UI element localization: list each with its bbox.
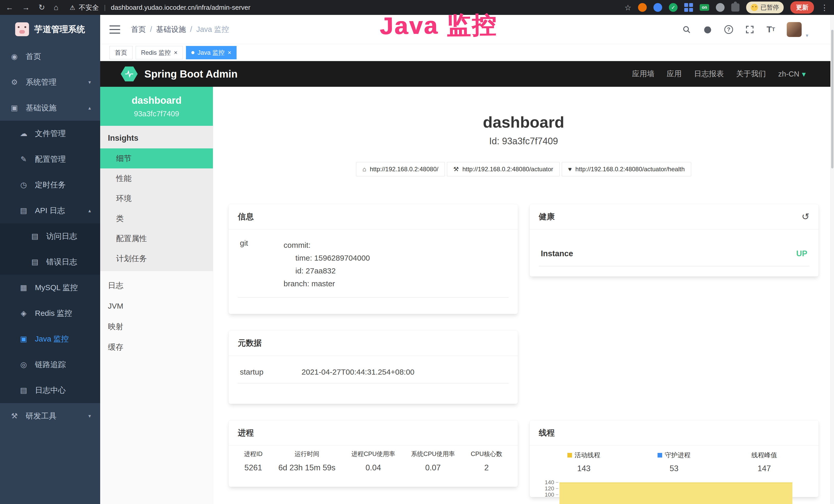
metadata-row: startup 2021-04-27T00:44:31.254+08:00 <box>238 361 509 383</box>
page-scrollbar[interactable] <box>830 15 834 504</box>
instance-menu-config-props[interactable]: 配置属性 <box>100 229 213 249</box>
heart-icon <box>568 166 572 173</box>
address-bar[interactable]: 不安全 dashboard.yudao.iocoder.cn/infra/adm… <box>70 3 250 12</box>
legend-value: 147 <box>719 464 809 473</box>
legend-label: 线程峰值 <box>751 451 777 459</box>
sidebar-item-java-monitor[interactable]: Java 监控 <box>0 326 100 352</box>
url-text: dashboard.yudao.iocoder.cn/infra/admin-s… <box>111 4 250 12</box>
tab-home[interactable]: 首页 <box>109 46 133 59</box>
threads-chart: 140 120 100 <box>539 480 810 497</box>
sidebar-item-infra[interactable]: 基础设施 <box>0 95 100 121</box>
sba-locale-select[interactable]: zh-CN <box>778 70 806 78</box>
user-avatar[interactable] <box>787 22 802 37</box>
browser-home-icon[interactable] <box>54 4 58 11</box>
sync-paused-badge[interactable]: 已暂停 <box>746 2 784 13</box>
chrome-update-button[interactable]: 更新 <box>790 1 814 14</box>
sidebar-item-mysql-monitor[interactable]: MySQL 监控 <box>0 275 100 300</box>
stat-label: 运行时间 <box>279 450 335 458</box>
back-icon[interactable] <box>6 4 13 11</box>
document-icon <box>19 386 29 395</box>
sidebar-item-label: 日志中心 <box>35 385 66 396</box>
instance-menu-details[interactable]: 细节 <box>100 148 213 168</box>
sidebar-item-api-logs[interactable]: API 日志 <box>0 198 100 223</box>
info-card: 信息 git commit: time: 1596289704000 id: 2… <box>228 204 518 314</box>
sidebar-item-access-logs[interactable]: 访问日志 <box>0 223 100 249</box>
app-frame: 芋道管理系统 首页 系统管理 基础设施 文件管理 <box>0 15 834 504</box>
sba-nav-journal[interactable]: 日志报表 <box>694 69 724 79</box>
instance-menu-jvm[interactable]: JVM <box>100 296 213 316</box>
page-title: dashboard <box>228 113 818 131</box>
infra-icon <box>9 104 20 112</box>
hamburger-icon[interactable] <box>109 25 120 33</box>
sidebar-item-config[interactable]: 配置管理 <box>0 146 100 172</box>
breadcrumb-infra[interactable]: 基础设施 <box>156 24 186 35</box>
sidebar-item-scheduled-tasks[interactable]: 定时任务 <box>0 172 100 198</box>
main-column: 首页 基础设施 Java 监控 <box>100 15 834 504</box>
history-icon[interactable] <box>802 211 809 222</box>
sidebar-item-label: 系统管理 <box>26 77 57 88</box>
pig-logo-icon <box>15 22 29 36</box>
instance-menu-environment[interactable]: 环境 <box>100 188 213 208</box>
instance-menu-mappings[interactable]: 映射 <box>100 316 213 337</box>
stat-label: 进程ID <box>244 450 263 458</box>
instance-header[interactable]: dashboard 93a3fc7f7409 <box>100 87 213 126</box>
scrollbar-thumb[interactable] <box>831 30 833 168</box>
close-icon[interactable] <box>227 49 231 56</box>
chevron-down-icon <box>88 79 91 85</box>
forward-icon[interactable] <box>22 4 30 11</box>
sidebar-item-redis-monitor[interactable]: Redis 监控 <box>0 300 100 326</box>
extension-on-toggle[interactable]: on <box>700 4 709 11</box>
service-url-link[interactable]: http://192.168.0.2:48080/ <box>356 162 445 176</box>
tab-redis-monitor[interactable]: Redis 监控 <box>136 46 183 59</box>
instance-menu-metrics[interactable]: 性能 <box>100 168 213 188</box>
sidebar-item-tracing[interactable]: 链路追踪 <box>0 352 100 377</box>
stat-label: 系统CPU使用率 <box>411 450 455 458</box>
close-icon[interactable] <box>174 49 177 56</box>
bookmark-star-icon[interactable] <box>624 3 631 12</box>
sidebar-item-log-center[interactable]: 日志中心 <box>0 377 100 403</box>
sba-nav-applications[interactable]: 应用 <box>667 69 682 79</box>
legend-label: 活动线程 <box>575 451 600 459</box>
sba-brand[interactable]: Spring Boot Admin <box>121 67 238 82</box>
reload-icon[interactable] <box>39 4 45 11</box>
help-icon[interactable] <box>724 24 734 35</box>
browser-menu-icon[interactable] <box>821 3 828 12</box>
actuator-url-link[interactable]: http://192.168.0.2:48080/actuator <box>447 162 560 176</box>
extension-blue-icon[interactable] <box>654 3 662 12</box>
tab-java-monitor[interactable]: Java 监控 <box>186 46 237 59</box>
redis-icon <box>19 309 29 318</box>
health-url-link[interactable]: http://192.168.0.2:48080/actuator/health <box>562 162 691 176</box>
not-secure-warning-icon <box>70 4 75 12</box>
fullscreen-icon[interactable] <box>745 24 755 35</box>
app-logo[interactable]: 芋道管理系统 <box>0 15 100 44</box>
breadcrumb-home[interactable]: 首页 <box>131 24 146 35</box>
legend-daemon-threads: 守护进程 53 <box>629 451 719 473</box>
legend-swatch-yellow <box>567 453 572 458</box>
sidebar-item-error-logs[interactable]: 错误日志 <box>0 249 100 275</box>
extension-gray-icon[interactable] <box>716 3 725 12</box>
info-value: commit: time: 1596289704000 id: 27aa832 … <box>284 239 370 290</box>
instance-menu-classes[interactable]: 类 <box>100 208 213 229</box>
sidebar-item-dev-tools[interactable]: 研发工具 <box>0 403 100 429</box>
sidebar-item-label: 文件管理 <box>35 129 66 139</box>
extension-check-icon[interactable] <box>669 3 678 12</box>
github-icon[interactable] <box>702 24 713 35</box>
sidebar-item-label: 基础设施 <box>26 103 57 113</box>
instance-menu-scheduled[interactable]: 计划任务 <box>100 249 213 269</box>
extension-grid-icon[interactable] <box>684 3 693 12</box>
sidebar-item-system[interactable]: 系统管理 <box>0 69 100 95</box>
tab-label: Redis 监控 <box>141 48 171 57</box>
sidebar-item-home[interactable]: 首页 <box>0 44 100 69</box>
sba-nav-about[interactable]: 关于我们 <box>736 69 766 79</box>
security-label: 不安全 <box>79 3 99 12</box>
search-icon[interactable] <box>681 24 692 35</box>
instance-menu-logs[interactable]: 日志 <box>100 275 213 296</box>
extensions-puzzle-icon[interactable] <box>731 3 740 12</box>
extension-orange-icon[interactable] <box>638 3 647 12</box>
sidebar-item-files[interactable]: 文件管理 <box>0 121 100 146</box>
instance-menu-caches[interactable]: 缓存 <box>100 337 213 358</box>
sba-nav-wallboard[interactable]: 应用墙 <box>632 69 655 79</box>
font-size-icon[interactable] <box>766 24 776 35</box>
timer-icon <box>19 181 29 189</box>
process-card-title: 进程 <box>228 420 518 446</box>
